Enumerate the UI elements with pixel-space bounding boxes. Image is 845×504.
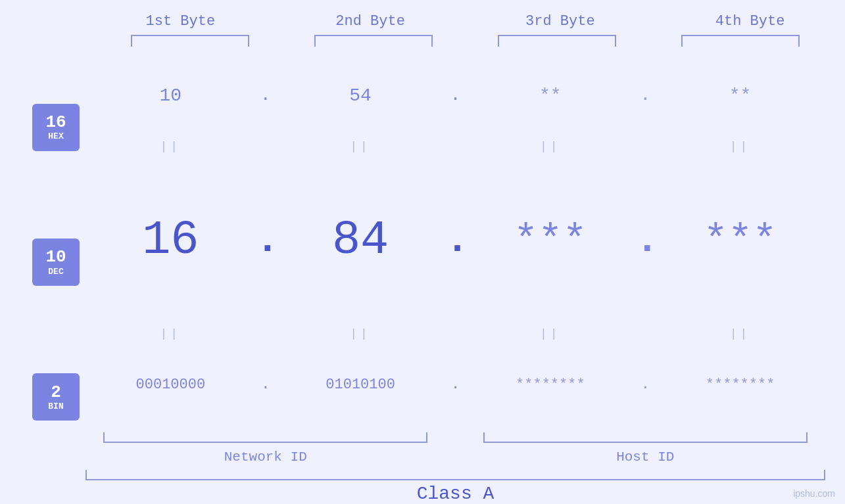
bin-byte4: ******** <box>706 377 775 393</box>
bin-byte1: 00010000 <box>136 377 206 393</box>
hex-row: 10 . 54 . ** . ** <box>85 53 825 137</box>
watermark: ipshu.com <box>793 488 835 499</box>
dec-row: 16 . 84 . *** . *** <box>85 156 825 325</box>
hex-sep3: . <box>635 85 655 105</box>
class-label-container: Class A <box>85 484 825 504</box>
eq2-b4: || <box>655 327 825 340</box>
dec-byte1: 16 <box>142 214 199 267</box>
eq1-b1: || <box>85 140 256 153</box>
dec-byte4: *** <box>704 217 777 263</box>
eq1-b4: || <box>655 140 825 153</box>
bin-row: 00010000 . 01010100 . ******** . *******… <box>85 343 825 427</box>
hex-sep1: . <box>256 85 276 105</box>
host-id-label: Host ID <box>616 449 674 465</box>
byte-header-3: 3rd Byte <box>466 13 656 35</box>
byte-header-2: 2nd Byte <box>276 13 466 35</box>
hex-byte3: ** <box>539 85 562 106</box>
byte-header-1: 1st Byte <box>85 13 276 35</box>
hex-byte4: ** <box>729 85 752 106</box>
hex-sep2: . <box>446 85 466 105</box>
dec-byte2: 84 <box>332 214 389 267</box>
hex-byte1: 10 <box>160 85 182 106</box>
bin-byte3: ******** <box>516 377 585 393</box>
eq2-b3: || <box>466 327 636 340</box>
bottom-bracket-row <box>85 432 825 446</box>
network-id-label: Network ID <box>224 449 307 465</box>
byte-header-4: 4th Byte <box>655 13 845 35</box>
class-label: Class A <box>417 484 495 504</box>
eq2-b2: || <box>276 327 446 340</box>
dec-sep1: . <box>256 218 276 263</box>
equals-row-2: || || || || <box>85 325 825 343</box>
bin-byte2: 01010100 <box>326 377 395 393</box>
dec-sep2: . <box>446 218 466 263</box>
bin-sep2: . <box>446 377 466 393</box>
host-bracket <box>483 432 808 443</box>
bin-sep3: . <box>635 377 655 393</box>
badges-column: 16 HEX 10 DEC 2 BIN <box>0 53 85 504</box>
dec-sep3: . <box>635 218 655 263</box>
dec-byte3: *** <box>514 217 587 263</box>
eq1-b3: || <box>466 140 636 153</box>
eq1-b2: || <box>276 140 446 153</box>
page-container: 1st Byte 2nd Byte 3rd Byte 4th Byte 16 <box>0 0 845 504</box>
dec-badge: 10 DEC <box>32 239 80 286</box>
hex-byte2: 54 <box>349 85 372 106</box>
bin-sep1: . <box>256 377 276 393</box>
hex-badge: 16 HEX <box>32 104 80 151</box>
bin-badge: 2 BIN <box>32 373 80 421</box>
class-bracket <box>85 470 825 480</box>
network-bracket <box>103 432 427 443</box>
equals-row-1: || || || || <box>85 137 825 156</box>
eq2-b1: || <box>85 327 256 340</box>
network-host-labels: Network ID Host ID <box>85 449 825 465</box>
